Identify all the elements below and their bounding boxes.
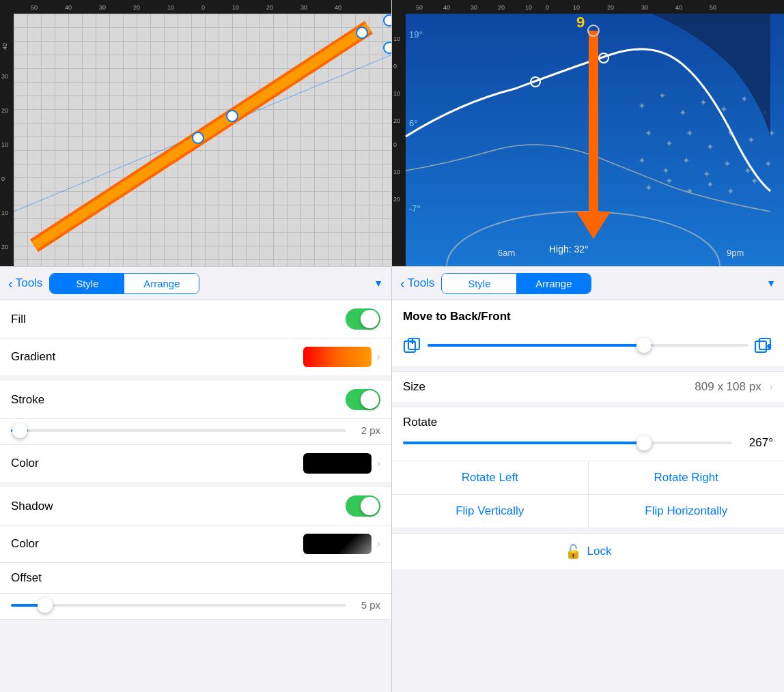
svg-text:20: 20 [1,244,8,250]
left-style-tab[interactable]: Style [50,274,124,293]
left-dropdown-arrow[interactable]: ▼ [374,278,383,289]
weather-svg: 50 40 30 20 10 0 10 20 30 40 50 10 0 10 … [392,0,784,266]
stroke-label: Stroke [11,393,346,407]
right-tools-label: Tools [408,276,435,290]
left-panel: 50 40 30 20 10 0 10 20 30 40 40 30 [0,0,392,692]
shadow-color-row: Color › [0,525,391,563]
stroke-size-track [11,429,346,432]
stroke-size-value: 2 px [353,424,380,436]
right-panel: 50 40 30 20 10 0 10 20 30 40 50 10 0 10 … [392,0,784,692]
stroke-size-thumb[interactable] [12,423,27,438]
svg-text:9pm: 9pm [727,248,744,258]
svg-text:9: 9 [576,14,585,31]
svg-text:30: 30 [300,4,307,11]
fill-row: Fill [0,300,391,338]
left-canvas: 50 40 30 20 10 0 10 20 30 40 40 30 [0,0,391,266]
shadow-section: Shadow Color › Offset 5 px [0,487,391,620]
svg-rect-27 [392,0,784,14]
svg-text:20: 20 [607,4,614,11]
offset-slider-row: 5 px [0,594,391,620]
shadow-color-preview[interactable] [303,534,372,554]
svg-text:✦: ✦ [658,90,667,101]
svg-text:50: 50 [710,4,716,11]
lock-row[interactable]: 🔓 Lock [392,533,784,569]
svg-text:✦: ✦ [638,100,646,111]
svg-text:10: 10 [393,169,400,175]
svg-point-22 [193,132,204,143]
svg-text:40: 40 [1,43,8,50]
svg-text:20: 20 [393,196,400,203]
gradient-preview[interactable] [303,347,372,367]
svg-text:10: 10 [525,4,532,11]
stroke-section: Stroke 2 px Color › [0,381,391,482]
stroke-color-row: Color › [0,445,391,482]
left-arrange-tab[interactable]: Arrange [124,274,199,293]
right-seg-control: Style Arrange [441,273,591,294]
fill-label: Fill [11,313,346,326]
lock-label: Lock [587,545,612,558]
svg-text:✦: ✦ [662,165,670,176]
layer-back-icon [403,336,422,355]
svg-text:✦: ✦ [665,138,673,149]
rotate-right-button[interactable]: Rotate Right [589,461,785,494]
svg-text:30: 30 [471,4,477,11]
svg-text:6am: 6am [498,248,515,258]
stroke-color-preview[interactable] [303,453,372,474]
rotate-track [403,442,732,444]
rotate-label: Rotate [403,416,437,429]
svg-text:20: 20 [1,107,8,114]
svg-text:50: 50 [416,4,423,11]
svg-text:High: 32°: High: 32° [549,244,589,255]
layer-thumb[interactable] [636,338,652,353]
svg-text:20: 20 [393,117,400,124]
svg-text:0: 0 [546,4,549,11]
svg-text:10: 10 [1,210,8,216]
svg-text:✦: ✦ [699,97,708,108]
main-container: 50 40 30 20 10 0 10 20 30 40 40 30 [0,0,784,692]
gradient-row: Gradient › [0,338,391,375]
svg-text:✦: ✦ [638,155,646,166]
rotate-btns-row: Rotate Left Rotate Right [392,461,784,494]
rotate-thumb[interactable] [636,435,652,450]
flip-vertically-button[interactable]: Flip Vertically [392,495,589,528]
svg-rect-88 [404,341,415,352]
svg-text:10: 10 [167,4,174,11]
svg-rect-89 [408,338,419,349]
flip-btns-row: Flip Vertically Flip Horizontally [392,494,784,528]
svg-text:20: 20 [498,4,505,11]
shadow-row: Shadow [0,487,391,525]
shadow-toggle[interactable] [346,495,380,517]
right-back-button[interactable]: ‹ Tools [400,276,434,291]
rotate-left-button[interactable]: Rotate Left [392,461,589,494]
layer-fill [428,344,652,347]
svg-text:✦: ✦ [764,158,772,169]
svg-text:✦: ✦ [727,186,735,197]
rotate-slider-row: 267° [392,433,784,461]
svg-text:30: 30 [99,4,106,11]
left-back-button[interactable]: ‹ Tools [8,276,42,291]
svg-text:0: 0 [201,4,205,11]
gradient-chevron-icon: › [377,351,380,363]
right-arrange-tab[interactable]: Arrange [516,274,591,293]
left-seg-control: Style Arrange [49,273,199,294]
layer-slider-row [392,330,784,366]
lock-section: 🔓 Lock [392,533,784,569]
stroke-size-row: 2 px [0,419,391,445]
back-front-title: Move to Back/Front [392,300,784,330]
stroke-color-chevron-icon: › [377,457,380,470]
svg-point-26 [384,15,391,26]
svg-text:50: 50 [31,4,38,11]
svg-text:✦: ✦ [686,128,694,139]
right-dropdown-arrow[interactable]: ▼ [766,278,776,289]
fill-toggle[interactable] [346,308,380,330]
svg-text:20: 20 [266,4,273,11]
right-style-tab[interactable]: Style [442,274,516,293]
offset-label: Offset [11,571,380,585]
svg-text:✦: ✦ [686,186,694,197]
offset-row: Offset [0,563,391,594]
flip-horizontally-button[interactable]: Flip Horizontally [589,495,785,528]
svg-text:✦: ✦ [703,169,711,179]
svg-text:✦: ✦ [747,134,755,145]
offset-thumb[interactable] [38,598,53,613]
stroke-toggle[interactable] [346,389,380,410]
